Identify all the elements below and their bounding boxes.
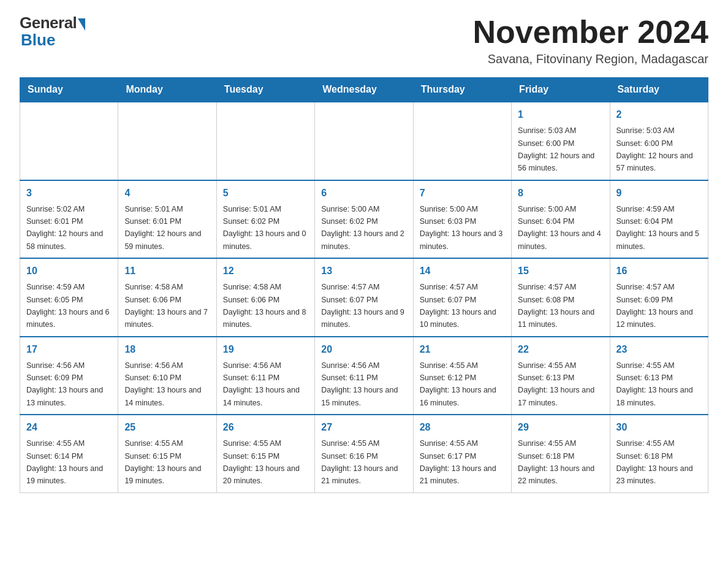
day-info: Sunrise: 4:57 AM Sunset: 6:07 PM Dayligh… [321,283,404,329]
day-info: Sunrise: 4:55 AM Sunset: 6:15 PM Dayligh… [223,439,300,485]
calendar-day-cell: 11Sunrise: 4:58 AM Sunset: 6:06 PM Dayli… [118,258,216,337]
day-number: 11 [124,264,210,278]
day-info: Sunrise: 4:55 AM Sunset: 6:16 PM Dayligh… [321,439,398,485]
calendar-day-cell: 16Sunrise: 4:57 AM Sunset: 6:09 PM Dayli… [610,258,708,337]
calendar-week-row: 17Sunrise: 4:56 AM Sunset: 6:09 PM Dayli… [20,337,708,415]
calendar-day-cell: 17Sunrise: 4:56 AM Sunset: 6:09 PM Dayli… [20,337,118,415]
logo-triangle-icon [78,18,85,31]
day-number: 5 [223,186,308,201]
day-number: 9 [616,186,702,201]
day-number: 20 [321,342,406,357]
day-number: 24 [26,420,112,435]
day-info: Sunrise: 4:56 AM Sunset: 6:09 PM Dayligh… [26,361,103,407]
day-info: Sunrise: 4:59 AM Sunset: 6:04 PM Dayligh… [616,205,700,251]
calendar-day-cell: 2Sunrise: 5:03 AM Sunset: 6:00 PM Daylig… [610,102,708,180]
day-number: 1 [518,107,603,122]
calendar-week-row: 3Sunrise: 5:02 AM Sunset: 6:01 PM Daylig… [20,180,708,259]
day-number: 25 [124,420,210,435]
calendar-week-row: 10Sunrise: 4:59 AM Sunset: 6:05 PM Dayli… [20,258,708,337]
calendar-day-cell [118,102,216,180]
day-number: 21 [420,342,505,357]
weekday-header-row: SundayMondayTuesdayWednesdayThursdayFrid… [20,78,708,102]
calendar-table: SundayMondayTuesdayWednesdayThursdayFrid… [20,77,708,493]
calendar-day-cell: 5Sunrise: 5:01 AM Sunset: 6:02 PM Daylig… [216,180,314,259]
calendar-day-cell: 18Sunrise: 4:56 AM Sunset: 6:10 PM Dayli… [118,337,216,415]
day-number: 23 [616,342,702,357]
day-number: 22 [518,342,603,357]
calendar-day-cell: 7Sunrise: 5:00 AM Sunset: 6:03 PM Daylig… [413,180,511,259]
weekday-header-monday: Monday [118,78,216,102]
weekday-header-sunday: Sunday [20,78,118,102]
calendar-day-cell: 15Sunrise: 4:57 AM Sunset: 6:08 PM Dayli… [512,258,610,337]
calendar-day-cell [315,102,413,180]
day-number: 3 [26,186,112,201]
logo-text-blue: Blue [21,31,55,49]
weekday-header-wednesday: Wednesday [315,78,413,102]
calendar-day-cell: 30Sunrise: 4:55 AM Sunset: 6:18 PM Dayli… [610,415,708,492]
day-number: 16 [616,264,702,278]
day-number: 30 [616,420,702,435]
calendar-day-cell: 24Sunrise: 4:55 AM Sunset: 6:14 PM Dayli… [20,415,118,492]
day-info: Sunrise: 4:56 AM Sunset: 6:10 PM Dayligh… [124,361,201,407]
calendar-week-row: 24Sunrise: 4:55 AM Sunset: 6:14 PM Dayli… [20,415,708,492]
day-number: 18 [124,342,210,357]
calendar-day-cell: 6Sunrise: 5:00 AM Sunset: 6:02 PM Daylig… [315,180,413,259]
day-number: 15 [518,264,603,278]
header: General Blue November 2024 Savana, Fitov… [20,15,708,66]
day-number: 7 [420,186,505,201]
calendar-day-cell: 10Sunrise: 4:59 AM Sunset: 6:05 PM Dayli… [20,258,118,337]
logo: General Blue [20,15,85,48]
day-info: Sunrise: 4:55 AM Sunset: 6:13 PM Dayligh… [616,361,693,407]
calendar-day-cell: 21Sunrise: 4:55 AM Sunset: 6:12 PM Dayli… [413,337,511,415]
day-info: Sunrise: 4:57 AM Sunset: 6:07 PM Dayligh… [420,283,496,329]
calendar-day-cell: 25Sunrise: 4:55 AM Sunset: 6:15 PM Dayli… [118,415,216,492]
calendar-day-cell: 27Sunrise: 4:55 AM Sunset: 6:16 PM Dayli… [315,415,413,492]
day-number: 19 [223,342,308,357]
logo-text-general: General [20,13,77,32]
day-info: Sunrise: 4:55 AM Sunset: 6:18 PM Dayligh… [518,439,594,485]
weekday-header-friday: Friday [512,78,610,102]
calendar-day-cell: 29Sunrise: 4:55 AM Sunset: 6:18 PM Dayli… [512,415,610,492]
calendar-day-cell: 4Sunrise: 5:01 AM Sunset: 6:01 PM Daylig… [118,180,216,259]
day-info: Sunrise: 5:02 AM Sunset: 6:01 PM Dayligh… [26,205,103,251]
day-number: 12 [223,264,308,278]
day-info: Sunrise: 5:00 AM Sunset: 6:03 PM Dayligh… [420,205,503,251]
day-info: Sunrise: 4:55 AM Sunset: 6:17 PM Dayligh… [420,439,496,485]
day-number: 10 [26,264,112,278]
day-info: Sunrise: 4:55 AM Sunset: 6:15 PM Dayligh… [124,439,201,485]
day-info: Sunrise: 4:55 AM Sunset: 6:18 PM Dayligh… [616,439,693,485]
day-info: Sunrise: 4:55 AM Sunset: 6:13 PM Dayligh… [518,361,594,407]
day-number: 17 [26,342,112,357]
weekday-header-tuesday: Tuesday [216,78,314,102]
title-area: November 2024 Savana, Fitovinany Region,… [473,15,708,66]
calendar-day-cell: 14Sunrise: 4:57 AM Sunset: 6:07 PM Dayli… [413,258,511,337]
calendar-day-cell [20,102,118,180]
day-number: 13 [321,264,406,278]
day-info: Sunrise: 5:03 AM Sunset: 6:00 PM Dayligh… [518,126,594,172]
day-info: Sunrise: 4:56 AM Sunset: 6:11 PM Dayligh… [321,361,398,407]
day-info: Sunrise: 4:57 AM Sunset: 6:09 PM Dayligh… [616,283,693,329]
calendar-day-cell: 23Sunrise: 4:55 AM Sunset: 6:13 PM Dayli… [610,337,708,415]
calendar-day-cell: 1Sunrise: 5:03 AM Sunset: 6:00 PM Daylig… [512,102,610,180]
day-number: 4 [124,186,210,201]
calendar-day-cell: 26Sunrise: 4:55 AM Sunset: 6:15 PM Dayli… [216,415,314,492]
calendar-week-row: 1Sunrise: 5:03 AM Sunset: 6:00 PM Daylig… [20,102,708,180]
day-number: 29 [518,420,603,435]
calendar-day-cell: 3Sunrise: 5:02 AM Sunset: 6:01 PM Daylig… [20,180,118,259]
day-info: Sunrise: 5:00 AM Sunset: 6:04 PM Dayligh… [518,205,601,251]
calendar-day-cell: 20Sunrise: 4:56 AM Sunset: 6:11 PM Dayli… [315,337,413,415]
month-title: November 2024 [473,15,708,50]
calendar-day-cell: 9Sunrise: 4:59 AM Sunset: 6:04 PM Daylig… [610,180,708,259]
day-info: Sunrise: 4:55 AM Sunset: 6:14 PM Dayligh… [26,439,103,485]
calendar-day-cell: 28Sunrise: 4:55 AM Sunset: 6:17 PM Dayli… [413,415,511,492]
day-number: 2 [616,107,702,122]
calendar-day-cell [216,102,314,180]
calendar-day-cell: 8Sunrise: 5:00 AM Sunset: 6:04 PM Daylig… [512,180,610,259]
day-info: Sunrise: 4:58 AM Sunset: 6:06 PM Dayligh… [124,283,208,329]
day-info: Sunrise: 4:55 AM Sunset: 6:12 PM Dayligh… [420,361,496,407]
day-number: 14 [420,264,505,278]
weekday-header-thursday: Thursday [413,78,511,102]
day-info: Sunrise: 4:58 AM Sunset: 6:06 PM Dayligh… [223,283,306,329]
calendar-day-cell: 22Sunrise: 4:55 AM Sunset: 6:13 PM Dayli… [512,337,610,415]
day-info: Sunrise: 5:01 AM Sunset: 6:01 PM Dayligh… [124,205,201,251]
